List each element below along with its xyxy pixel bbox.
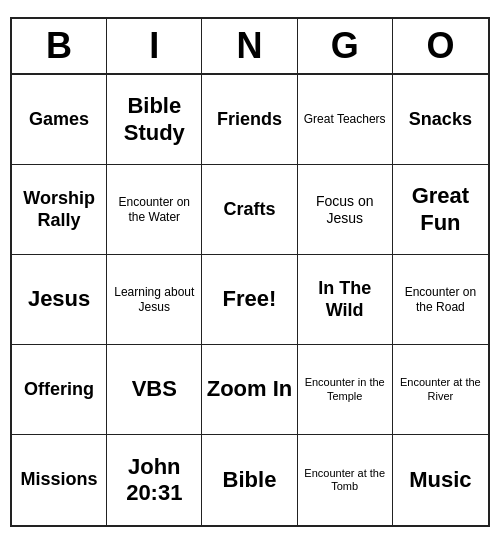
cell-text: Learning about Jesus bbox=[111, 285, 197, 314]
cell-text: Offering bbox=[24, 379, 94, 401]
cell-text: Encounter at the River bbox=[397, 376, 484, 402]
bingo-cell: Friends bbox=[202, 75, 297, 165]
bingo-cell: Music bbox=[393, 435, 488, 525]
cell-text: Encounter on the Water bbox=[111, 195, 197, 224]
header-letter: O bbox=[393, 19, 488, 73]
cell-text: Bible bbox=[223, 467, 277, 493]
bingo-grid: GamesBible StudyFriendsGreat TeachersSna… bbox=[12, 75, 488, 525]
cell-text: Music bbox=[409, 467, 471, 493]
bingo-cell: Encounter on the Road bbox=[393, 255, 488, 345]
cell-text: Bible Study bbox=[111, 93, 197, 146]
bingo-cell: Free! bbox=[202, 255, 297, 345]
bingo-header: BINGO bbox=[12, 19, 488, 75]
cell-text: Crafts bbox=[223, 199, 275, 221]
cell-text: Games bbox=[29, 109, 89, 131]
cell-text: Great Fun bbox=[397, 183, 484, 236]
cell-text: Encounter at the Tomb bbox=[302, 467, 388, 493]
cell-text: VBS bbox=[132, 376, 177, 402]
bingo-cell: Missions bbox=[12, 435, 107, 525]
bingo-card: BINGO GamesBible StudyFriendsGreat Teach… bbox=[10, 17, 490, 527]
cell-text: Friends bbox=[217, 109, 282, 131]
bingo-cell: John 20:31 bbox=[107, 435, 202, 525]
bingo-cell: Great Fun bbox=[393, 165, 488, 255]
bingo-cell: Great Teachers bbox=[298, 75, 393, 165]
cell-text: Focus on Jesus bbox=[302, 193, 388, 227]
cell-text: Snacks bbox=[409, 109, 472, 131]
cell-text: Encounter in the Temple bbox=[302, 376, 388, 402]
header-letter: N bbox=[202, 19, 297, 73]
bingo-cell: Games bbox=[12, 75, 107, 165]
bingo-cell: Encounter at the Tomb bbox=[298, 435, 393, 525]
header-letter: G bbox=[298, 19, 393, 73]
cell-text: Encounter on the Road bbox=[397, 285, 484, 314]
bingo-cell: Bible Study bbox=[107, 75, 202, 165]
header-letter: I bbox=[107, 19, 202, 73]
bingo-cell: In The Wild bbox=[298, 255, 393, 345]
bingo-cell: Encounter on the Water bbox=[107, 165, 202, 255]
bingo-cell: Zoom In bbox=[202, 345, 297, 435]
bingo-cell: Jesus bbox=[12, 255, 107, 345]
cell-text: Zoom In bbox=[207, 376, 293, 402]
bingo-cell: Offering bbox=[12, 345, 107, 435]
bingo-cell: VBS bbox=[107, 345, 202, 435]
bingo-cell: Bible bbox=[202, 435, 297, 525]
bingo-cell: Encounter in the Temple bbox=[298, 345, 393, 435]
cell-text: Missions bbox=[21, 469, 98, 491]
bingo-cell: Worship Rally bbox=[12, 165, 107, 255]
bingo-cell: Focus on Jesus bbox=[298, 165, 393, 255]
bingo-cell: Snacks bbox=[393, 75, 488, 165]
bingo-cell: Learning about Jesus bbox=[107, 255, 202, 345]
cell-text: In The Wild bbox=[302, 278, 388, 321]
cell-text: Worship Rally bbox=[16, 188, 102, 231]
cell-text: Great Teachers bbox=[304, 112, 386, 126]
bingo-cell: Crafts bbox=[202, 165, 297, 255]
bingo-cell: Encounter at the River bbox=[393, 345, 488, 435]
header-letter: B bbox=[12, 19, 107, 73]
cell-text: Jesus bbox=[28, 286, 90, 312]
cell-text: John 20:31 bbox=[111, 454, 197, 507]
cell-text: Free! bbox=[223, 286, 277, 312]
